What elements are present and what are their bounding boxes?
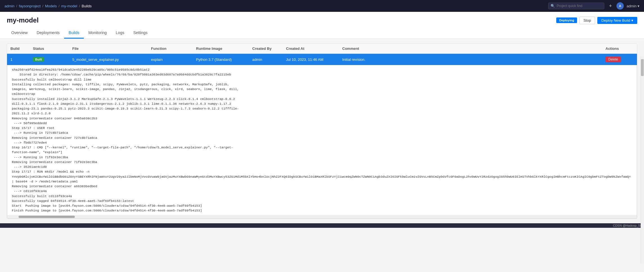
deploy-new-label: Deploy New Build — [601, 18, 630, 23]
tab-deployments[interactable]: Deployments — [32, 28, 64, 39]
builds-table: Build Status File Function Runtime Image… — [7, 43, 637, 219]
col-created-at: Created At — [286, 46, 342, 51]
status-badge: Built — [33, 57, 44, 62]
avatar: A — [616, 2, 624, 10]
tab-monitoring[interactable]: Monitoring — [84, 28, 111, 39]
breadcrumb: admin / faysonproject / Models / my-mode… — [4, 4, 92, 8]
breadcrumb-models[interactable]: Models — [45, 4, 57, 8]
cell-file: 5_model_serve_explainer.py — [72, 57, 151, 62]
bottom-bar: CDSN @Hadoop_50 — [0, 223, 644, 228]
page-title: my-model — [7, 16, 39, 24]
tabs: Overview Deployments Builds Monitoring L… — [7, 28, 637, 39]
col-actions: Actions — [605, 46, 634, 51]
bottom-bar-label: CDSN @Hadoop_50 — [613, 224, 642, 227]
col-file: File — [72, 46, 151, 51]
stop-button[interactable]: Stop — [579, 17, 595, 24]
user-menu[interactable]: admin ▾ — [627, 4, 640, 8]
vscroll-thumb[interactable] — [641, 59, 644, 76]
deploy-new-button[interactable]: Deploy New Build ▾ — [597, 17, 637, 24]
cell-runtime-image: Python 3.7 (Standard) — [196, 57, 252, 62]
scrollbar-thumb[interactable] — [19, 216, 75, 218]
table-row: 1 Built 5_model_serve_explainer.py expla… — [7, 54, 637, 65]
delete-button[interactable]: Delete — [605, 57, 621, 62]
cell-comment: Initial revision. — [342, 57, 605, 62]
page-header: my-model Deploying Stop Deploy New Build… — [0, 12, 644, 39]
col-comment: Comment — [342, 46, 605, 51]
search-icon: 🔍 — [551, 4, 555, 8]
tab-settings[interactable]: Settings — [129, 28, 152, 39]
breadcrumb-project[interactable]: faysonproject — [19, 4, 40, 8]
top-nav-right: 🔍 + A admin ▾ — [548, 2, 640, 10]
cell-build-number: 1 — [10, 57, 33, 62]
dropdown-arrow-icon: ▾ — [631, 18, 633, 23]
cell-status: Built — [33, 57, 72, 62]
tab-builds[interactable]: Builds — [64, 28, 84, 39]
page-title-row: my-model Deploying Stop Deploy New Build… — [7, 16, 637, 24]
breadcrumb-model[interactable]: my-model — [61, 4, 77, 8]
deploying-badge: Deploying — [556, 17, 577, 23]
horizontal-scrollbar[interactable] — [7, 216, 637, 219]
col-build: Build — [10, 46, 33, 51]
top-nav: admin / faysonproject / Models / my-mode… — [0, 0, 644, 12]
cell-created-by: admin — [252, 57, 286, 62]
breadcrumb-current: Builds — [82, 4, 91, 8]
add-button[interactable]: + — [607, 3, 614, 10]
col-created-by: Created By — [252, 46, 286, 51]
cell-function: explain — [151, 57, 196, 62]
col-runtime-image: Runtime Image — [196, 46, 252, 51]
cell-created-at: Jul 10, 2023, 11:46 AM — [286, 57, 342, 62]
vertical-scrollbar[interactable] — [641, 56, 644, 228]
table-header: Build Status File Function Runtime Image… — [7, 44, 637, 54]
log-output: sha256=a9fd24ea18fea263/941dca52e45228be… — [7, 65, 637, 216]
tab-logs[interactable]: Logs — [111, 28, 129, 39]
search-box[interactable]: 🔍 — [548, 3, 604, 9]
header-actions: Deploying Stop Deploy New Build ▾ — [556, 17, 637, 24]
cell-actions: Delete — [605, 57, 634, 62]
tab-overview[interactable]: Overview — [7, 28, 32, 39]
col-function: Function — [151, 46, 196, 51]
breadcrumb-admin[interactable]: admin — [4, 4, 14, 8]
main-content: Build Status File Function Runtime Image… — [0, 39, 644, 223]
col-status: Status — [33, 46, 72, 51]
search-input[interactable] — [557, 4, 602, 8]
